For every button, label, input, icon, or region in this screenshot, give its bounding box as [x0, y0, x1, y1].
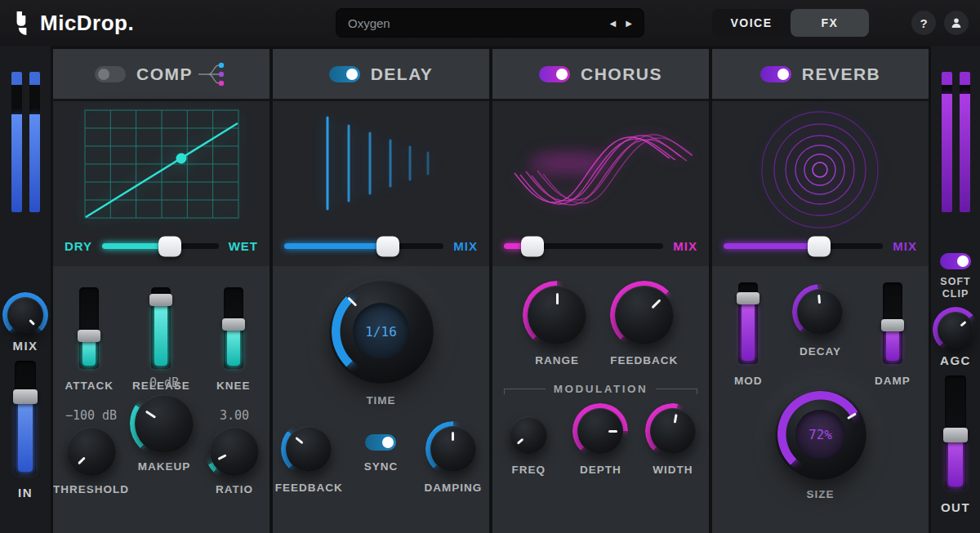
toggle-knob	[556, 69, 568, 80]
knob-pointer	[277, 417, 341, 482]
fader-handle[interactable]	[943, 428, 968, 442]
fader-fill	[18, 398, 33, 472]
chorus-controls: RANGE FEEDBACK MODULATION	[492, 266, 709, 533]
toggle-knob	[382, 437, 394, 448]
time-knob[interactable]: 1/16	[329, 279, 434, 384]
depth-label: DEPTH	[580, 464, 621, 476]
soft-clip-toggle[interactable]	[940, 253, 971, 269]
comp-header: COMP	[53, 49, 270, 101]
global-mix-knob[interactable]	[7, 297, 43, 333]
delay-mix-slider[interactable]	[284, 243, 443, 249]
slider-handle[interactable]	[222, 318, 245, 331]
slider-handle[interactable]	[149, 294, 172, 306]
damp-control: DAMP	[875, 282, 911, 387]
global-mix-label: MIX	[12, 339, 38, 353]
output-gain-fader[interactable]	[945, 375, 966, 490]
knob-pointer	[123, 383, 205, 464]
ratio-knob[interactable]	[210, 427, 259, 476]
comp-enable-toggle[interactable]	[95, 66, 126, 82]
input-gain-fader[interactable]	[15, 361, 36, 475]
delay-feedback-control: FEEDBACK	[275, 426, 343, 494]
delay-feedback-knob[interactable]	[286, 426, 332, 472]
chorus-mix-slider[interactable]	[504, 243, 663, 249]
delay-module: DELAY	[273, 49, 489, 533]
tab-fx[interactable]: FX	[791, 9, 869, 37]
knob-pointer	[307, 257, 455, 405]
damp-label: DAMP	[875, 375, 911, 387]
range-knob[interactable]	[528, 286, 586, 344]
damping-control: DAMPING	[424, 426, 482, 494]
slider-handle[interactable]	[737, 292, 760, 304]
brand-name: MicDrop.	[40, 11, 134, 36]
ratio-label: RATIO	[216, 483, 253, 495]
sync-control: SYNC	[364, 434, 399, 494]
mod-slider[interactable]	[738, 282, 758, 364]
reverb-mix-slider[interactable]	[724, 243, 883, 249]
input-meters	[11, 72, 40, 212]
knob-pointer	[758, 371, 884, 497]
slider-handle[interactable]	[881, 319, 904, 331]
knob-pointer	[646, 405, 699, 458]
size-control: 72% SIZE	[712, 389, 929, 500]
output-meter-left	[942, 72, 952, 212]
reverb-enable-toggle[interactable]	[760, 66, 791, 82]
threshold-knob[interactable]	[67, 427, 116, 476]
comp-controls: ATTACK RELEASE KNEE	[53, 266, 270, 533]
input-meter-right	[29, 72, 40, 212]
help-button[interactable]: ?	[911, 11, 936, 35]
preset-prev-icon[interactable]: ◀	[610, 19, 617, 28]
slider-thumb[interactable]	[808, 236, 831, 256]
slider-fill	[886, 327, 899, 361]
makeup-knob[interactable]	[135, 394, 194, 453]
release-slider[interactable]	[151, 287, 171, 369]
damping-knob[interactable]	[430, 426, 476, 472]
range-control: RANGE	[528, 286, 586, 366]
app-logo: MicDrop.	[11, 11, 134, 36]
delay-enable-toggle[interactable]	[329, 66, 360, 82]
width-knob[interactable]	[650, 408, 696, 454]
chorus-feedback-knob[interactable]	[615, 286, 674, 344]
damp-slider[interactable]	[883, 282, 902, 364]
reverb-module: REVERB	[712, 49, 929, 533]
comp-drywet-slider[interactable]	[102, 243, 219, 249]
reverb-mix-label: MIX	[893, 239, 917, 253]
knob-pointer	[0, 290, 51, 340]
modulation-label: MODULATION	[554, 383, 648, 395]
sidechain-branch-icon	[198, 58, 228, 91]
knob-pointer	[528, 286, 586, 344]
chorus-enable-toggle[interactable]	[539, 66, 570, 82]
depth-control: DEPTH	[577, 408, 623, 476]
help-icon: ?	[920, 16, 927, 30]
toggle-knob	[957, 255, 969, 267]
chorus-visualization: MIX	[492, 101, 709, 266]
tab-voice[interactable]: VOICE	[712, 9, 791, 37]
preset-selector[interactable]: Oxygen ◀ ▶	[336, 8, 644, 38]
sync-toggle[interactable]	[365, 434, 396, 451]
slider-handle[interactable]	[78, 330, 100, 342]
agc-knob[interactable]	[938, 312, 973, 348]
account-button[interactable]	[944, 11, 969, 35]
fader-handle[interactable]	[13, 389, 38, 404]
freq-knob[interactable]	[510, 416, 547, 454]
decay-label: DECAY	[800, 345, 841, 358]
knee-slider[interactable]	[224, 287, 243, 369]
slider-thumb[interactable]	[158, 236, 181, 256]
preset-name: Oxygen	[348, 16, 610, 30]
preset-next-icon[interactable]: ▶	[626, 19, 632, 28]
attack-slider[interactable]	[79, 287, 99, 369]
knob-pointer	[56, 417, 126, 486]
comp-title: COMP	[136, 64, 193, 84]
mod-label: MOD	[734, 375, 763, 387]
fx-columns: COMP	[51, 46, 931, 533]
size-knob[interactable]: 72%	[775, 389, 866, 480]
knee-control: KNEE	[216, 287, 251, 392]
depth-knob[interactable]	[577, 408, 623, 454]
delay-controls: 1/16 TIME FEEDBACK	[273, 266, 489, 533]
slider-thumb[interactable]	[521, 236, 544, 256]
slider-fill	[82, 338, 96, 366]
slider-fill	[227, 326, 240, 366]
input-label: IN	[18, 486, 33, 500]
reverb-rings-graphic	[735, 109, 906, 232]
slider-fill	[284, 243, 388, 249]
decay-knob[interactable]	[797, 289, 843, 335]
